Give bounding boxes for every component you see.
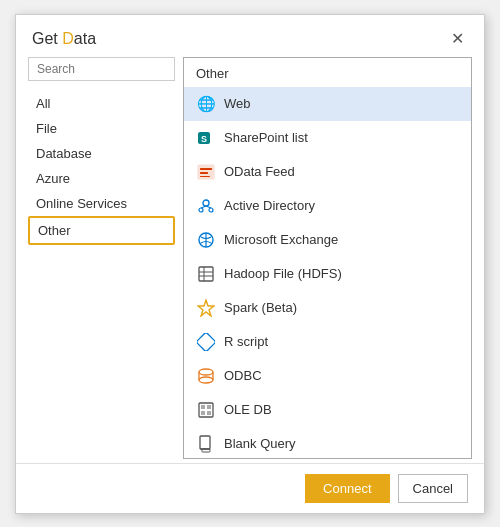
r-script-icon xyxy=(196,332,216,352)
list-item-spark[interactable]: Spark (Beta) xyxy=(184,291,471,325)
sidebar: All File Database Azure Online Services … xyxy=(28,57,183,459)
svg-line-10 xyxy=(206,206,211,208)
blank-query-icon xyxy=(196,434,216,454)
svg-rect-27 xyxy=(207,411,211,415)
nav-item-azure[interactable]: Azure xyxy=(28,166,175,191)
list-item-blank-query[interactable]: Blank Query xyxy=(184,427,471,458)
oledb-label: OLE DB xyxy=(224,402,272,417)
svg-rect-28 xyxy=(200,436,210,449)
cancel-button[interactable]: Cancel xyxy=(398,474,468,503)
svg-point-6 xyxy=(203,200,209,206)
svg-rect-25 xyxy=(207,405,211,409)
exchange-icon xyxy=(196,230,216,250)
nav-item-all[interactable]: All xyxy=(28,91,175,116)
odata-label: OData Feed xyxy=(224,164,295,179)
svg-point-19 xyxy=(199,369,213,375)
svg-rect-5 xyxy=(200,176,210,177)
list-item-odbc[interactable]: ODBC xyxy=(184,359,471,393)
odbc-label: ODBC xyxy=(224,368,262,383)
sharepoint-label: SharePoint list xyxy=(224,130,308,145)
list-item-odata[interactable]: OData Feed xyxy=(184,155,471,189)
blank-query-label: Blank Query xyxy=(224,436,296,451)
hadoop-icon xyxy=(196,264,216,284)
list-item-exchange[interactable]: Microsoft Exchange xyxy=(184,223,471,257)
svg-rect-24 xyxy=(201,405,205,409)
svg-text:S: S xyxy=(201,134,207,144)
close-button[interactable]: ✕ xyxy=(447,29,468,49)
nav-item-database[interactable]: Database xyxy=(28,141,175,166)
list-item-hadoop[interactable]: Hadoop File (HDFS) xyxy=(184,257,471,291)
svg-rect-26 xyxy=(201,411,205,415)
active-directory-icon xyxy=(196,196,216,216)
exchange-label: Microsoft Exchange xyxy=(224,232,338,247)
nav-list: All File Database Azure Online Services … xyxy=(28,91,175,245)
spark-label: Spark (Beta) xyxy=(224,300,297,315)
svg-rect-18 xyxy=(197,333,215,351)
web-icon: 🌐 xyxy=(196,94,216,114)
sharepoint-icon: S xyxy=(196,128,216,148)
main-panel: Other 🌐 Web S SharePoint list xyxy=(183,57,472,459)
svg-point-8 xyxy=(209,208,213,212)
list-item-sharepoint[interactable]: S SharePoint list xyxy=(184,121,471,155)
web-label: Web xyxy=(224,96,251,111)
svg-line-9 xyxy=(201,206,206,208)
spark-icon xyxy=(196,298,216,318)
svg-rect-13 xyxy=(199,267,213,281)
nav-item-online-services[interactable]: Online Services xyxy=(28,191,175,216)
list-item-oledb[interactable]: OLE DB xyxy=(184,393,471,427)
title-bar: Get Data ✕ xyxy=(16,15,484,57)
list-item-active-directory[interactable]: Active Directory xyxy=(184,189,471,223)
get-data-dialog: Get Data ✕ All File Database Azure Onlin… xyxy=(15,14,485,514)
nav-item-file[interactable]: File xyxy=(28,116,175,141)
r-script-label: R script xyxy=(224,334,268,349)
odbc-icon xyxy=(196,366,216,386)
panel-header: Other xyxy=(184,58,471,87)
svg-point-22 xyxy=(199,377,213,383)
list-item-web[interactable]: 🌐 Web xyxy=(184,87,471,121)
list-item-r-script[interactable]: R script xyxy=(184,325,471,359)
dialog-footer: Connect Cancel xyxy=(16,463,484,513)
nav-item-other[interactable]: Other xyxy=(28,216,175,245)
dialog-content: All File Database Azure Online Services … xyxy=(16,57,484,459)
connect-button[interactable]: Connect xyxy=(305,474,389,503)
svg-marker-17 xyxy=(198,300,214,316)
svg-rect-3 xyxy=(200,168,212,170)
search-input[interactable] xyxy=(28,57,175,81)
items-list: 🌐 Web S SharePoint list xyxy=(184,87,471,458)
svg-rect-30 xyxy=(202,449,210,452)
hadoop-label: Hadoop File (HDFS) xyxy=(224,266,342,281)
active-directory-label: Active Directory xyxy=(224,198,315,213)
svg-point-7 xyxy=(199,208,203,212)
svg-rect-4 xyxy=(200,172,208,174)
oledb-icon xyxy=(196,400,216,420)
odata-icon xyxy=(196,162,216,182)
dialog-title: Get Data xyxy=(32,30,96,48)
